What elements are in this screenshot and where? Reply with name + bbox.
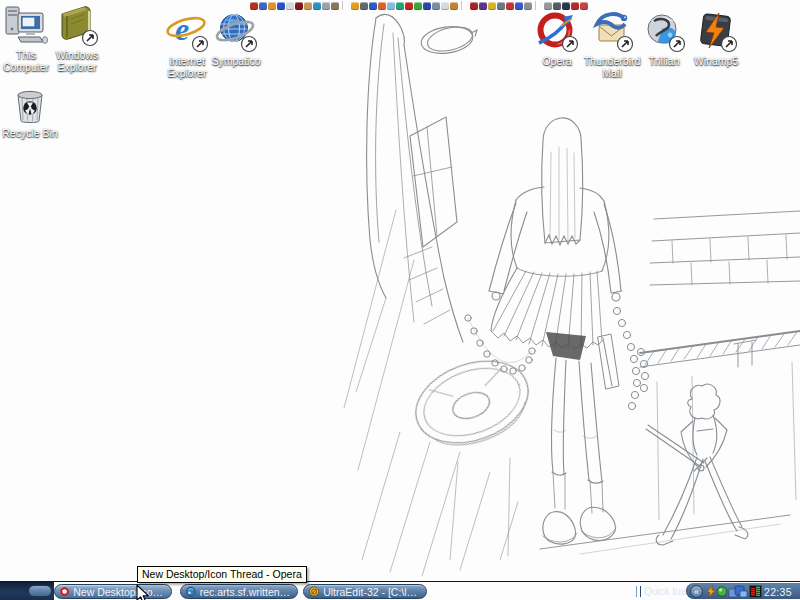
launcher-icon[interactable]	[268, 2, 276, 10]
launcher-icon[interactable]	[414, 2, 422, 10]
fan-sketch	[344, 14, 463, 470]
taskbar-button-newsreader[interactable]: rec.arts.sf.written on ...	[180, 584, 298, 599]
thunderbird-icon	[589, 8, 635, 54]
newsreader-task-icon	[186, 586, 196, 597]
launcher-separator	[342, 1, 349, 10]
system-tray: «	[686, 583, 800, 599]
winamp-icon	[693, 8, 739, 54]
taskbar-grip[interactable]	[28, 585, 52, 597]
launcher-icon[interactable]	[369, 2, 377, 10]
launcher-icon[interactable]	[450, 2, 458, 10]
taskbar-button-label: UltraEdit-32 - [C:\leo\...	[323, 586, 422, 598]
desktop: This Computer Windows Explorer e Interne…	[0, 0, 800, 600]
taskbar-button-label: New Desktop/Icon Thr...	[73, 586, 167, 598]
launcher-icon[interactable]	[432, 2, 440, 10]
launcher-icon[interactable]	[423, 2, 431, 10]
opera-icon	[534, 8, 580, 54]
launcher-icon[interactable]	[331, 2, 339, 10]
launcher-icon[interactable]	[506, 2, 514, 10]
wallpaper-sketch	[340, 0, 800, 578]
launcher-icon[interactable]	[515, 2, 523, 10]
launcher-icon[interactable]	[313, 2, 321, 10]
desktop-icon-recycle-bin[interactable]: Recycle Bin	[0, 80, 62, 139]
tooltip: New Desktop/Icon Thread - Opera	[137, 566, 307, 583]
launcher-icon[interactable]	[295, 2, 303, 10]
svg-text:e: e	[175, 11, 189, 47]
taskbar-button-label: rec.arts.sf.written on ...	[200, 586, 293, 598]
desktop-icon-label: Windows Explorer	[45, 49, 109, 74]
clock[interactable]: 22:35	[764, 586, 792, 598]
mouse-cursor	[136, 584, 150, 600]
status-orb-tray-icon[interactable]	[716, 585, 728, 598]
quick-launch-chevron-icon[interactable]: »	[672, 584, 678, 596]
tray-collapse-chevron-icon[interactable]: «	[690, 585, 703, 598]
launcher-icon[interactable]	[470, 2, 478, 10]
launcher-icon[interactable]	[479, 2, 487, 10]
desktop-icon-winamp[interactable]: Winamp5	[684, 8, 748, 67]
windows-explorer-icon	[54, 2, 100, 48]
launcher-icon[interactable]	[441, 2, 449, 10]
ultraedit-task-icon	[309, 586, 319, 597]
desktop-icon-label: Winamp5	[684, 55, 748, 67]
launcher-icon[interactable]	[351, 2, 359, 10]
launcher-icon[interactable]	[488, 2, 496, 10]
launcher-icon[interactable]	[497, 2, 505, 10]
desktop-icon-label: Recycle Bin	[0, 127, 62, 139]
taskbar-button-ultraedit[interactable]: UltraEdit-32 - [C:\leo\...	[303, 584, 427, 599]
taskbar-button-opera[interactable]: New Desktop/Icon Thr...	[54, 584, 172, 599]
launcher-icon[interactable]	[322, 2, 330, 10]
disc-sketch	[405, 346, 541, 459]
desktop-icon-label: Sympatico	[204, 55, 268, 67]
taskbar: New Desktop/Icon Thr... rec.arts.sf.writ…	[0, 581, 800, 600]
launcher-icon[interactable]	[304, 2, 312, 10]
this-computer-icon	[3, 2, 49, 48]
halo-sketch	[419, 23, 477, 57]
girl-sketch	[489, 118, 622, 544]
launcher-icon[interactable]	[277, 2, 285, 10]
launcher-icon[interactable]	[396, 2, 404, 10]
launcher-icon[interactable]	[286, 2, 294, 10]
network-blocks-tray-icon[interactable]	[728, 585, 748, 598]
launcher-icon[interactable]	[378, 2, 386, 10]
launcher-icon[interactable]	[405, 2, 413, 10]
launcher-icon[interactable]	[387, 2, 395, 10]
trillian-icon	[641, 8, 687, 54]
quick-launch-grip[interactable]	[636, 586, 641, 597]
desktop-icon-sympatico[interactable]: Sympatico	[204, 8, 268, 67]
launcher-separator	[461, 1, 468, 10]
launcher-icon[interactable]	[360, 2, 368, 10]
desktop-icon-windows-explorer[interactable]: Windows Explorer	[45, 2, 109, 74]
sympatico-icon	[213, 8, 259, 54]
opera-task-icon	[60, 586, 69, 597]
traffic-meter-tray-icon[interactable]	[749, 585, 762, 598]
recycle-bin-icon	[7, 80, 53, 126]
second-figure-sketch	[646, 384, 748, 545]
